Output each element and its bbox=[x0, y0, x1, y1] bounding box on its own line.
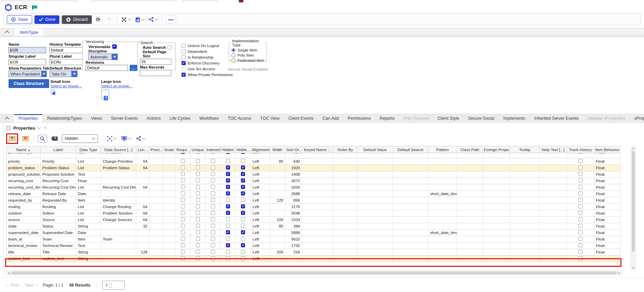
cell-help_text[interactable] bbox=[540, 210, 567, 217]
cell-item_behavior[interactable]: Float bbox=[594, 191, 621, 197]
cell-width[interactable] bbox=[270, 171, 285, 178]
tab-can-add[interactable]: Can Add bbox=[318, 114, 343, 122]
collapse-form-chevron-icon[interactable] bbox=[5, 30, 9, 35]
cell-data_source[interactable] bbox=[101, 243, 136, 249]
cell-foreign_prope[interactable] bbox=[483, 256, 510, 262]
cell-indexed[interactable] bbox=[205, 236, 220, 243]
hidden-checkbox[interactable] bbox=[226, 185, 230, 189]
cell-len[interactable]: 64 bbox=[136, 158, 149, 165]
cell-keyed_name[interactable] bbox=[302, 243, 333, 249]
tab-client-events[interactable]: Client Events bbox=[284, 114, 318, 122]
cell-width[interactable]: 100 bbox=[270, 217, 285, 223]
cell-pattern[interactable] bbox=[428, 249, 457, 256]
cell-unique[interactable] bbox=[190, 158, 205, 165]
cell-width[interactable] bbox=[270, 236, 285, 243]
cell-default_search[interactable] bbox=[393, 153, 428, 158]
cell-pattern[interactable] bbox=[428, 236, 457, 243]
cell-label[interactable]: Requested By bbox=[41, 197, 76, 204]
table-row-problem-status[interactable]: problem_statusProblem StatusListProblem … bbox=[6, 165, 621, 171]
cell-name[interactable]: solution bbox=[6, 210, 41, 217]
cell-preci[interactable] bbox=[149, 223, 163, 230]
cell-default_search[interactable] bbox=[393, 256, 428, 262]
delete-row-button[interactable] bbox=[21, 135, 30, 143]
horizontal-scrollbar[interactable]: ◄ ► bbox=[6, 271, 622, 275]
cell-unique[interactable] bbox=[190, 178, 205, 184]
cell-len[interactable] bbox=[136, 236, 149, 243]
cell-requi[interactable] bbox=[175, 210, 190, 217]
hidden-checkbox[interactable] bbox=[226, 172, 230, 176]
cell-foreign_prope[interactable] bbox=[483, 153, 510, 158]
cell-hidden[interactable] bbox=[220, 191, 235, 197]
col-header-preci[interactable]: Preci... bbox=[149, 146, 163, 153]
cell-alignment[interactable]: Left bbox=[251, 191, 270, 197]
show-parameters-tab-select[interactable]: When Populated bbox=[9, 71, 47, 77]
indexed-checkbox[interactable] bbox=[211, 165, 215, 170]
cell-default_search[interactable] bbox=[393, 178, 428, 184]
cell-hidden2[interactable] bbox=[235, 153, 251, 158]
table-row-permission-id[interactable]: permission_idItemPermissionLeft554Float bbox=[6, 153, 621, 158]
cell-hidden[interactable] bbox=[220, 204, 235, 210]
track_history-checkbox[interactable] bbox=[578, 230, 583, 234]
col-header-indexed[interactable]: Indexed bbox=[205, 146, 220, 153]
cell-hidden[interactable] bbox=[220, 249, 235, 256]
share-menu-button[interactable] bbox=[147, 17, 159, 22]
cell-foreign_prope[interactable] bbox=[483, 178, 510, 184]
cell-width[interactable]: 200 bbox=[270, 249, 285, 256]
cell-label[interactable]: Proposed Solution bbox=[41, 171, 76, 178]
cell-preci[interactable] bbox=[149, 230, 163, 236]
cell-default_value[interactable] bbox=[357, 153, 393, 158]
cell-hidden2[interactable] bbox=[235, 184, 251, 191]
cell-keyed_name[interactable] bbox=[302, 230, 333, 236]
cell-scale[interactable] bbox=[163, 171, 175, 178]
cell-indexed[interactable] bbox=[205, 217, 220, 223]
cell-tooltip[interactable] bbox=[510, 210, 540, 217]
indexed-checkbox[interactable] bbox=[211, 185, 215, 189]
cell-default_search[interactable] bbox=[393, 217, 428, 223]
table-row-proposed-solution[interactable]: proposed_solutionProposed SolutionTextLe… bbox=[6, 171, 621, 178]
track_history-checkbox[interactable] bbox=[578, 185, 583, 189]
cell-label[interactable]: Status bbox=[41, 223, 76, 230]
table-row-release-date[interactable]: release_dateRelease DateDateLeft2688shor… bbox=[6, 191, 621, 197]
cell-track_history[interactable] bbox=[567, 197, 594, 204]
cell-default_value[interactable] bbox=[357, 210, 393, 217]
hidden-checkbox[interactable] bbox=[226, 204, 230, 208]
cell-name[interactable]: priority bbox=[6, 158, 41, 165]
hidden-checkbox[interactable] bbox=[226, 211, 230, 215]
indexed-checkbox[interactable] bbox=[211, 217, 215, 221]
col-header-alignment[interactable]: Alignment bbox=[251, 146, 270, 153]
cell-preci[interactable] bbox=[149, 217, 163, 223]
indexed-checkbox[interactable] bbox=[211, 198, 215, 202]
cell-help_text[interactable] bbox=[540, 171, 567, 178]
cell-data_source[interactable] bbox=[101, 256, 136, 262]
requi-checkbox[interactable] bbox=[181, 178, 185, 182]
cell-preci[interactable] bbox=[149, 249, 163, 256]
track_history-checkbox[interactable] bbox=[578, 243, 583, 247]
track_history-checkbox[interactable] bbox=[578, 191, 583, 195]
col-header-data-source[interactable]: Data Source [...] bbox=[101, 146, 136, 153]
cell-tooltip[interactable] bbox=[510, 223, 540, 230]
cell-data_type[interactable]: List bbox=[76, 158, 101, 165]
goto-page-input[interactable]: ⇕ bbox=[102, 281, 125, 290]
cell-hidden[interactable] bbox=[220, 184, 235, 191]
cell-unique[interactable] bbox=[190, 197, 205, 204]
cell-width[interactable] bbox=[270, 191, 285, 197]
cell-order_by[interactable] bbox=[333, 171, 357, 178]
cell-tooltip[interactable] bbox=[510, 236, 540, 243]
cell-class_path[interactable] bbox=[457, 243, 483, 249]
chevron-down-icon[interactable] bbox=[38, 126, 41, 129]
cell-default_value[interactable] bbox=[357, 249, 393, 256]
cell-class_path[interactable] bbox=[457, 256, 483, 262]
hidden2-checkbox[interactable] bbox=[241, 243, 245, 247]
cell-default_search[interactable] bbox=[393, 210, 428, 217]
cell-requi[interactable] bbox=[175, 204, 190, 210]
cell-keyed_name[interactable] bbox=[302, 256, 333, 262]
cell-indexed[interactable] bbox=[205, 158, 220, 165]
cell-tooltip[interactable] bbox=[510, 256, 540, 262]
cell-alignment[interactable]: Left bbox=[251, 223, 270, 230]
cell-order_by[interactable] bbox=[333, 243, 357, 249]
cell-hidden2[interactable] bbox=[235, 249, 251, 256]
cell-default_search[interactable] bbox=[393, 171, 428, 178]
indexed-checkbox[interactable] bbox=[211, 204, 215, 208]
cell-hidden[interactable] bbox=[220, 230, 235, 236]
cell-name[interactable]: title bbox=[6, 249, 41, 256]
